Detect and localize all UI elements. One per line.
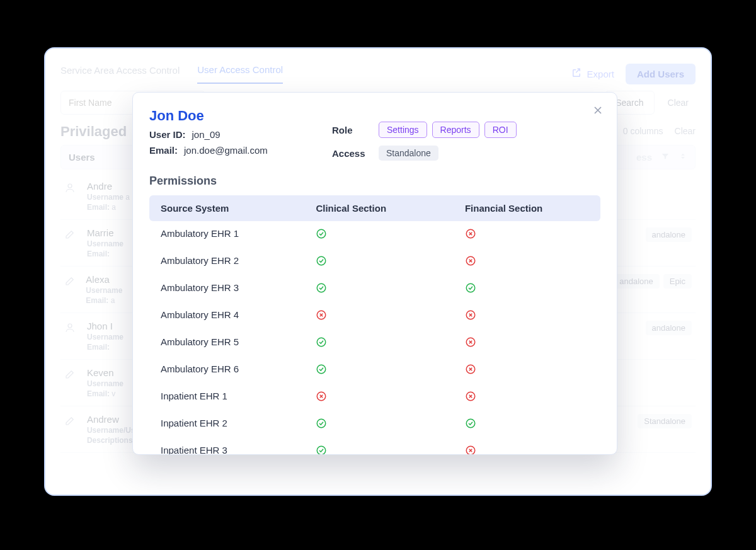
x-circle-icon [316,312,327,323]
perm-financial [465,445,589,455]
user-id-value: jon_09 [192,129,220,140]
x-circle-icon [465,366,476,377]
perm-source: Inpatient EHR 2 [161,418,316,431]
permissions-title: Permissions [149,175,600,188]
role-chip: ROI [484,122,517,138]
role-chip: Reports [432,122,479,138]
perm-financial [465,391,589,404]
perm-source: Ambulatory EHR 1 [161,228,316,241]
x-circle-icon [465,231,476,241]
access-chip: Standalone [379,146,438,161]
x-circle-icon [316,393,327,404]
x-circle-icon [465,339,476,350]
perm-clinical [316,228,465,241]
perm-clinical [316,336,465,350]
email-label: Email: [149,145,178,156]
permission-row: Inpatient EHR 1 [149,384,600,411]
perm-financial [465,309,589,323]
perm-col-financial: Financial Section [465,203,589,214]
permission-row: Ambulatory EHR 1 [149,221,600,248]
permission-row: Ambulatory EHR 4 [149,302,600,329]
permission-row: Ambulatory EHR 3 [149,275,600,302]
check-circle-icon [316,366,327,377]
permissions-rows: Ambulatory EHR 1Ambulatory EHR 2Ambulato… [149,221,600,455]
modal-user-name: Jon Doe [149,108,301,124]
svg-point-18 [318,446,326,455]
svg-point-4 [318,256,326,265]
roles: SettingsReportsROI [379,122,522,138]
svg-point-16 [318,419,326,428]
x-circle-icon [465,393,476,404]
perm-col-clinical: Clinical Section [316,203,465,214]
perm-financial [465,336,589,350]
check-circle-icon [316,339,327,350]
perm-clinical [316,418,465,431]
check-circle-icon [465,420,476,431]
perm-clinical [316,445,465,455]
perm-financial [465,228,589,241]
perm-clinical [316,282,465,295]
svg-point-17 [466,419,475,428]
perm-financial [465,282,589,295]
check-circle-icon [316,258,327,268]
perm-clinical [316,255,465,268]
email-value: jon.doe@gmail.com [184,145,268,156]
permissions-header: Source System Clinical Section Financial… [149,195,600,221]
user-detail-modal: Jon Doe User ID: jon_09 Email: jon.doe@g… [132,92,617,455]
check-circle-icon [316,420,327,431]
svg-point-7 [466,284,475,292]
perm-source: Inpatient EHR 3 [161,445,316,455]
user-id-label: User ID: [149,129,186,140]
perm-source: Ambulatory EHR 5 [161,336,316,350]
svg-point-10 [318,338,326,347]
x-circle-icon [465,258,476,268]
perm-financial [465,255,589,268]
check-circle-icon [316,231,327,241]
svg-point-12 [318,365,326,374]
permission-row: Ambulatory EHR 6 [149,357,600,384]
permission-row: Ambulatory EHR 5 [149,329,600,357]
perm-source: Ambulatory EHR 3 [161,282,316,295]
role-label: Role [332,125,370,135]
perm-financial [465,364,589,377]
svg-point-2 [318,229,326,238]
x-circle-icon [465,312,476,323]
perm-col-source: Source System [161,203,316,214]
check-circle-icon [316,447,327,455]
x-circle-icon [465,447,476,455]
permission-row: Ambulatory EHR 2 [149,248,600,275]
perm-source: Ambulatory EHR 6 [161,364,316,377]
check-circle-icon [316,285,327,295]
role-chip: Settings [379,122,427,138]
perm-clinical [316,391,465,404]
permission-row: Inpatient EHR 3 [149,438,600,455]
access-label: Access [332,148,370,159]
perm-clinical [316,309,465,323]
close-icon[interactable] [592,104,604,119]
perm-clinical [316,364,465,377]
perm-financial [465,418,589,431]
perm-source: Ambulatory EHR 4 [161,309,316,323]
check-circle-icon [465,285,476,295]
permission-row: Inpatient EHR 2 [149,411,600,438]
perm-source: Inpatient EHR 1 [161,391,316,404]
perm-source: Ambulatory EHR 2 [161,255,316,268]
svg-point-6 [318,284,326,292]
